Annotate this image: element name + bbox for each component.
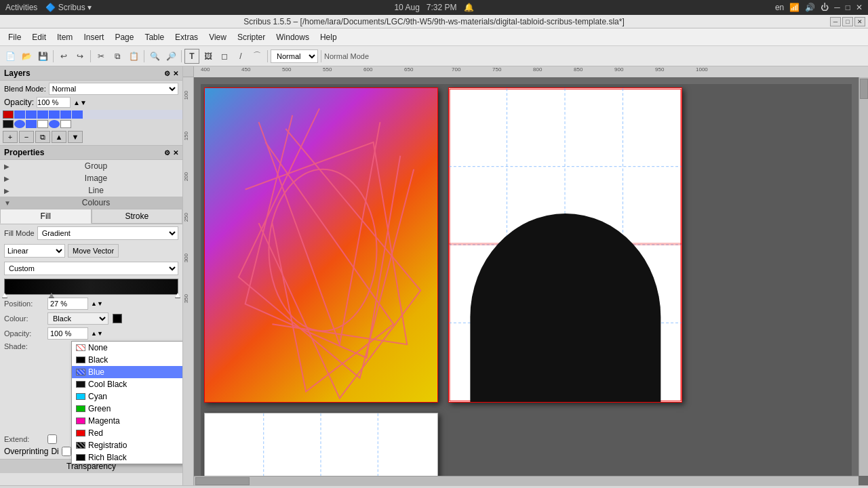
lang-indicator[interactable]: en — [775, 3, 784, 12]
fill-mode-row: Fill Mode Gradient None Solid Pattern — [0, 224, 182, 242]
custom-select[interactable]: Custom — [4, 262, 178, 275]
colour-option-black[interactable]: Black — [72, 354, 182, 366]
up-layer-btn[interactable]: ▲ — [52, 131, 66, 143]
layer-buttons: + − ⧉ ▲ ▼ — [0, 129, 182, 145]
colour-option-cool-black[interactable]: Cool Black — [72, 378, 182, 390]
gradient-type-select[interactable]: Linear Radial — [4, 244, 65, 258]
layers-section: Layers ⚙ ✕ Blend Mode: Normal Opacity: ▲… — [0, 66, 182, 146]
extend-checkbox[interactable] — [47, 434, 57, 444]
v-scroll-thumb[interactable] — [860, 79, 868, 99]
line-tool-btn[interactable]: / — [233, 49, 248, 64]
layer2-eye-icon[interactable] — [3, 120, 14, 128]
position-input[interactable] — [47, 298, 88, 310]
add-layer-btn[interactable]: + — [3, 131, 18, 143]
line-item[interactable]: ▶ Line — [0, 184, 182, 197]
menu-scripter[interactable]: Scripter — [232, 31, 271, 43]
delete-layer-btn[interactable]: − — [19, 131, 34, 143]
undo-btn[interactable]: ↩ — [56, 49, 71, 64]
layers-settings-icon[interactable]: ⚙ — [164, 70, 170, 77]
zoom-in-btn[interactable]: 🔍 — [147, 49, 162, 64]
window-max[interactable]: □ — [846, 3, 850, 12]
opacity-adjust-btn[interactable]: ▲▼ — [73, 99, 87, 106]
menu-table[interactable]: Table — [139, 31, 170, 43]
move-vector-btn[interactable]: Move Vector — [68, 244, 119, 258]
option-label-Black: Black — [88, 355, 108, 365]
view-mode-select[interactable]: Normal Preview — [271, 49, 318, 63]
colour-option-registratio[interactable]: Registratio — [72, 439, 182, 451]
line-label: Line — [14, 186, 178, 195]
colours-label: Colours — [14, 198, 178, 207]
blend-select[interactable]: Normal — [49, 83, 178, 95]
menu-extras[interactable]: Extras — [170, 31, 203, 43]
page-1 — [204, 87, 438, 403]
colour-option-rich-black[interactable]: Rich Black — [72, 451, 182, 464]
paste-btn[interactable]: 📋 — [126, 49, 141, 64]
text-tool-btn[interactable]: T — [184, 49, 199, 64]
properties-close-icon[interactable]: ✕ — [173, 149, 178, 157]
redo-btn[interactable]: ↪ — [73, 49, 87, 64]
cut-btn[interactable]: ✂ — [94, 49, 108, 64]
image-tool-btn[interactable]: 🖼 — [201, 49, 216, 64]
colour-option-blue[interactable]: Blue — [72, 366, 182, 378]
fill-mode-select[interactable]: Gradient None Solid Pattern — [37, 226, 178, 240]
h-scroll-thumb[interactable] — [195, 477, 250, 485]
win-close-btn[interactable]: ✕ — [854, 17, 865, 26]
colour-option-magenta[interactable]: Magenta — [72, 415, 182, 427]
gradient-stop-mid[interactable] — [49, 293, 54, 298]
zoom-out-btn[interactable]: 🔎 — [163, 49, 178, 64]
menu-file[interactable]: File — [3, 31, 26, 43]
open-btn[interactable]: 📂 — [19, 49, 34, 64]
menu-windows[interactable]: Windows — [271, 31, 315, 43]
menu-item[interactable]: Item — [52, 31, 78, 43]
menu-insert[interactable]: Insert — [78, 31, 109, 43]
power-icon[interactable]: ⏻ — [821, 3, 829, 12]
properties-settings-icon[interactable]: ⚙ — [164, 149, 170, 157]
opacity-input[interactable] — [37, 97, 71, 108]
window-min[interactable]: ─ — [834, 3, 840, 12]
menu-help[interactable]: Help — [315, 31, 342, 43]
image-item[interactable]: ▶ Image — [0, 172, 182, 184]
win-restore-btn[interactable]: □ — [842, 17, 853, 26]
bezier-tool-btn[interactable]: ⌒ — [250, 49, 264, 64]
save-btn[interactable]: 💾 — [35, 49, 50, 64]
menu-view[interactable]: View — [203, 31, 232, 43]
colours-item[interactable]: ▼ Colours — [0, 197, 182, 209]
gradient-stop-right[interactable] — [175, 293, 180, 298]
fill-stroke-tabs: Fill Stroke — [0, 209, 182, 224]
layer-eye-icon[interactable] — [3, 110, 14, 119]
colour-option-red[interactable]: Red — [72, 427, 182, 439]
new-btn[interactable]: 📄 — [3, 49, 18, 64]
down-layer-btn[interactable]: ▼ — [68, 131, 83, 143]
activities-label[interactable]: Activities — [5, 3, 37, 12]
shape-tool-btn[interactable]: ◻ — [217, 49, 232, 64]
fill-tab[interactable]: Fill — [0, 209, 92, 224]
layer-row-1 — [0, 110, 182, 119]
win-min-btn[interactable]: ─ — [830, 17, 841, 26]
gradient-stop-left[interactable] — [2, 293, 7, 298]
volume-icon[interactable]: 🔊 — [805, 3, 815, 12]
group-item[interactable]: ▶ Group — [0, 160, 182, 172]
opacity-prop-input[interactable] — [47, 327, 88, 340]
copy-layer-btn[interactable]: ⧉ — [35, 131, 50, 143]
extend-label: Extend: — [4, 435, 45, 443]
overprint-checkbox[interactable] — [62, 447, 71, 456]
gradient-bar[interactable] — [4, 279, 178, 295]
stroke-tab[interactable]: Stroke — [92, 209, 183, 224]
sep6 — [321, 50, 321, 62]
colour-option-cyan[interactable]: Cyan — [72, 390, 182, 403]
menu-page[interactable]: Page — [109, 31, 139, 43]
opacity-spin[interactable]: ▲▼ — [91, 330, 103, 337]
app-label[interactable]: 🔷 Scribus ▾ — [45, 3, 92, 12]
menu-edit[interactable]: Edit — [26, 31, 52, 43]
layers-close-icon[interactable]: ✕ — [173, 70, 178, 77]
colour-option-green[interactable]: Green — [72, 403, 182, 415]
window-close[interactable]: ✕ — [856, 3, 863, 12]
colour-select[interactable]: Black — [47, 312, 108, 325]
layer-lock-icon[interactable] — [14, 110, 25, 119]
colour-option-none[interactable]: None — [72, 342, 182, 354]
copy-btn[interactable]: ⧉ — [110, 49, 125, 64]
bottom-scrollbar[interactable] — [194, 476, 859, 485]
right-scrollbar[interactable] — [859, 77, 868, 476]
position-spin[interactable]: ▲▼ — [91, 300, 103, 307]
option-label-Blue: Blue — [88, 367, 104, 377]
